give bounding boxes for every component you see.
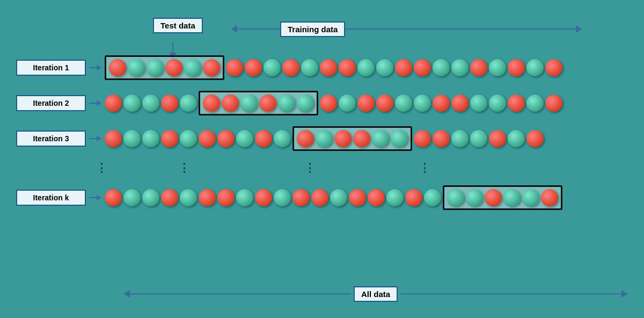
ball (414, 130, 431, 147)
ball (142, 130, 159, 147)
ball (470, 130, 487, 147)
ball (466, 189, 483, 206)
ball (433, 95, 450, 112)
ball (485, 189, 502, 206)
iteration-2-label: Iteration 2 (16, 95, 86, 111)
ball (199, 130, 216, 147)
row-arrow-2 (89, 100, 101, 106)
ball (236, 130, 253, 147)
test-data-label: Test data (153, 18, 203, 33)
training-arrow-right (345, 25, 582, 33)
ball (165, 59, 182, 76)
ball (489, 130, 506, 147)
ball (255, 189, 272, 206)
ball (311, 189, 328, 206)
ball (424, 189, 441, 206)
ball (274, 189, 291, 206)
ball (433, 59, 450, 76)
ball (508, 95, 525, 112)
ball (245, 59, 262, 76)
ball (301, 59, 318, 76)
training-data-label: Training data (280, 21, 345, 37)
ball (433, 130, 450, 147)
ball (526, 59, 544, 76)
iteration-row-1: Iteration 1 (16, 54, 628, 82)
ball (297, 130, 314, 147)
row-arrow-k (89, 195, 101, 200)
main-container: Test data Training data Iteration 1 (0, 0, 644, 318)
ball (240, 95, 258, 112)
ball (184, 59, 201, 76)
ball (451, 95, 469, 112)
all-data-arrow-left (123, 290, 130, 298)
ball (180, 95, 197, 112)
ball (320, 95, 337, 112)
ball (451, 130, 469, 147)
ball (470, 95, 487, 112)
ball (282, 59, 299, 76)
ball (274, 130, 291, 147)
ball (105, 189, 122, 206)
ball (395, 59, 412, 76)
ball (541, 189, 558, 206)
ball (349, 189, 366, 206)
iteration-3-label: Iteration 3 (16, 131, 86, 147)
test-box-2 (199, 91, 318, 115)
row-arrow-1 (89, 65, 101, 70)
balls-row-2 (105, 91, 628, 115)
ball (226, 59, 243, 76)
ball (503, 189, 521, 206)
iteration-row-3: Iteration 3 (16, 125, 628, 153)
ball (128, 59, 145, 76)
training-arrow-left (231, 25, 280, 33)
ball (255, 130, 272, 147)
ball (147, 59, 164, 76)
iteration-k-label: Iteration k (16, 190, 86, 206)
iteration-1-label: Iteration 1 (16, 60, 86, 76)
ball (292, 189, 310, 206)
all-data-arrow-right (621, 290, 628, 298)
ball (320, 59, 337, 76)
ball (447, 189, 464, 206)
ball (545, 59, 562, 76)
ball (142, 95, 159, 112)
ball (395, 95, 412, 112)
ball (451, 59, 469, 76)
ball (368, 189, 385, 206)
ball (376, 95, 393, 112)
dots-row: ⋮ ⋮ ⋮ ⋮ (16, 160, 628, 176)
test-box-k (443, 185, 562, 210)
ellipsis-3: ⋮ (304, 161, 316, 175)
ball (334, 130, 352, 147)
ball (508, 59, 525, 76)
ball (259, 95, 276, 112)
ball (489, 95, 506, 112)
ball (414, 59, 431, 76)
balls-row-k (105, 185, 628, 210)
ball (316, 130, 333, 147)
ball (526, 95, 544, 112)
ellipsis-4: ⋮ (419, 161, 430, 175)
ball (470, 59, 487, 76)
ball (357, 95, 375, 112)
ball (339, 59, 356, 76)
ball (217, 130, 235, 147)
all-data-line-right (400, 293, 621, 294)
ball (339, 95, 356, 112)
ball (489, 59, 506, 76)
ball (526, 130, 544, 147)
ball (236, 189, 253, 206)
ball (199, 189, 216, 206)
ball (545, 95, 562, 112)
ball (217, 189, 235, 206)
ball (105, 95, 122, 112)
ball (386, 189, 404, 206)
all-data-line-left (130, 293, 351, 294)
header-area: Test data Training data (129, 15, 628, 45)
ball (297, 95, 314, 112)
ball (330, 189, 347, 206)
row-arrow-3 (89, 136, 101, 141)
all-data-label: All data (354, 286, 398, 302)
ball (203, 59, 220, 76)
bottom-area: All data (123, 283, 628, 305)
